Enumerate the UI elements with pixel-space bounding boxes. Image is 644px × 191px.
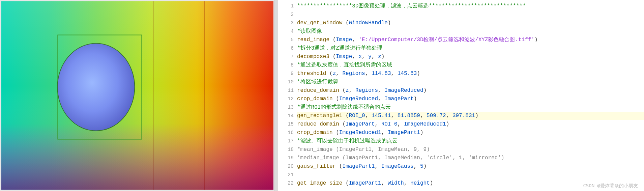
line-number[interactable]: 22	[278, 179, 294, 188]
line-number[interactable]: 20	[278, 162, 294, 171]
line-number[interactable]: 19	[278, 154, 294, 162]
panel-divider[interactable]	[275, 0, 278, 191]
line-number-gutter[interactable]: 1234567➔8910111213141516171819202122	[278, 0, 296, 191]
svg-rect-2	[1, 1, 273, 190]
line-number[interactable]: 9	[278, 70, 294, 78]
code-line[interactable]: *通过选取灰度值，直接找到所需的区域	[297, 61, 644, 70]
line-number[interactable]: 4	[278, 27, 294, 36]
line-number[interactable]: 1	[278, 2, 294, 10]
line-number[interactable]: 7➔	[278, 53, 294, 61]
code-line[interactable]: *mean_image (ImagePart1, ImageMean, 9, 9…	[297, 145, 644, 154]
code-line[interactable]: gauss_filter (ImagePart1, ImageGauss, 5)	[297, 162, 644, 171]
line-number[interactable]: 18	[278, 145, 294, 154]
graphics-window[interactable]	[0, 0, 275, 191]
code-line[interactable]: dev_get_window (WindowHandle)	[297, 19, 644, 27]
line-number[interactable]: 15	[278, 120, 294, 129]
line-number[interactable]: 21	[278, 171, 294, 179]
code-line[interactable]: *滤波。可以去除由于相机过曝造成的点云	[297, 137, 644, 145]
watermark: CSDN @爱炸薯条的小朋友	[583, 183, 638, 189]
line-number[interactable]: 3	[278, 19, 294, 27]
code-line[interactable]: crop_domain (ImageReduced1, ImagePart1)	[297, 129, 644, 137]
image-view	[1, 1, 273, 190]
code-line[interactable]: decompose3 (Image, x, y, z)	[297, 53, 644, 61]
code-line[interactable]: *通过ROI的形式剔除边缘不适合的点云	[297, 103, 644, 112]
line-number[interactable]: 17	[278, 137, 294, 145]
code-line[interactable]	[297, 10, 644, 19]
line-number[interactable]: 11	[278, 86, 294, 95]
code-line[interactable]: gen_rectangle1 (ROI_0, 145.41, 81.8859, …	[297, 112, 644, 120]
code-line[interactable]: threshold (z, Regions, 114.83, 145.83)	[297, 70, 644, 78]
code-editor[interactable]: 1234567➔8910111213141516171819202122 ***…	[278, 0, 644, 191]
code-lines[interactable]: *****************3D图像预处理，滤波，点云筛选********…	[296, 0, 644, 191]
code-line[interactable]: crop_domain (ImageReduced, ImagePart)	[297, 95, 644, 103]
code-line[interactable]: *****************3D图像预处理，滤波，点云筛选********…	[297, 2, 644, 10]
code-line[interactable]: reduce_domain (z, Regions, ImageReduced)	[297, 86, 644, 95]
line-number[interactable]: 10	[278, 78, 294, 86]
code-line[interactable]: *拆分3通道，对Z通道进行单独处理	[297, 44, 644, 53]
line-number[interactable]: 6	[278, 44, 294, 53]
displayed-image	[1, 1, 273, 190]
line-number[interactable]: 14	[278, 112, 294, 120]
svg-point-6	[57, 44, 135, 131]
line-number[interactable]: 8	[278, 61, 294, 70]
code-line[interactable]: read_image (Image, 'E:/UpperComputer/3D检…	[297, 36, 644, 44]
code-line[interactable]: *median_image (ImagePart1, ImageMedian, …	[297, 154, 644, 162]
line-number[interactable]: 5	[278, 36, 294, 44]
code-line[interactable]: *将区域进行裁剪	[297, 78, 644, 86]
line-number[interactable]: 16	[278, 129, 294, 137]
code-line[interactable]: reduce_domain (ImagePart, ROI_0, ImageRe…	[297, 120, 644, 129]
line-number[interactable]: 13	[278, 103, 294, 112]
line-number[interactable]: 2	[278, 10, 294, 19]
code-line[interactable]: *读取图像	[297, 27, 644, 36]
code-line[interactable]	[297, 171, 644, 179]
line-number[interactable]: 12	[278, 95, 294, 103]
